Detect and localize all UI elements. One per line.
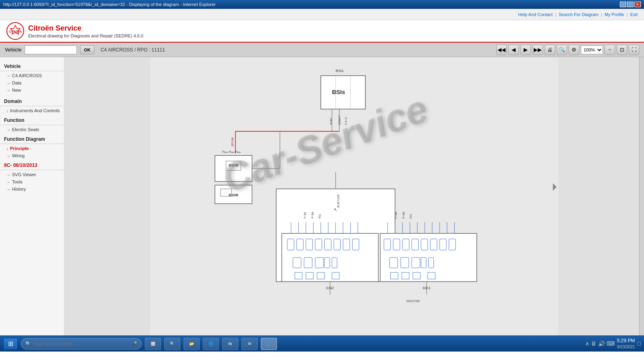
arrow-icon: →	[6, 154, 10, 158]
svg-text:BSIs: BSIs	[336, 69, 344, 73]
sidebar-item-label: Data	[12, 80, 21, 85]
arrow-icon: →	[6, 128, 10, 132]
minimize-button[interactable]: −	[620, 2, 626, 7]
sidebar-item-label: New	[12, 88, 21, 93]
sidebar-item-history[interactable]: → History	[0, 185, 64, 193]
search-input[interactable]	[33, 341, 129, 346]
sidebar-item-c4aircross[interactable]: → C4 AIRCROSS	[0, 72, 64, 79]
scroll-indicator[interactable]	[639, 57, 644, 335]
maximize-button[interactable]: □	[627, 2, 634, 7]
vehicle-input[interactable]	[25, 45, 77, 54]
sidebar-item-instruments[interactable]: ↓ Instruments And Controls	[0, 107, 64, 114]
svg-text:BSDB: BSDB	[229, 193, 238, 197]
top-nav: Help And Contact | Search For Diagram | …	[0, 9, 644, 20]
svg-text:P₇ BA: P₇ BA	[402, 212, 405, 218]
settings-button[interactable]: ⚙	[569, 45, 579, 55]
exit-link[interactable]: Exit	[630, 12, 638, 17]
network-icon[interactable]: 🖥	[591, 340, 597, 347]
keyboard-icon[interactable]: ⌨	[607, 340, 615, 347]
search-app-icon: 🔍	[170, 341, 175, 346]
taskbar-app-search[interactable]: 🔍	[164, 338, 180, 350]
my-profile-link[interactable]: My Profile	[605, 12, 624, 17]
svg-text:↖: ↖	[334, 207, 337, 212]
sidebar-item-electric-seats[interactable]: → Electric Seats	[0, 126, 64, 133]
clock-time: 5:29 PM	[617, 337, 635, 344]
breadcrumb: C4 AIRCROSS / RPO : 11111	[101, 47, 165, 53]
nav-first-button[interactable]: ◀◀	[496, 45, 507, 55]
logo-area: CITROËN Citroën Service Electrical drawi…	[6, 22, 143, 40]
svg-text:10 BV: 10 BV	[330, 118, 332, 125]
close-button[interactable]: ✕	[634, 2, 641, 7]
taskbar-app-mail[interactable]: ✉	[242, 338, 258, 350]
taskbar-app-chrome[interactable]: 🌐	[203, 338, 219, 350]
show-desktop-icon[interactable]: □	[638, 340, 641, 347]
sidebar-item-label: Principle	[10, 146, 29, 151]
sidebar-item-tools[interactable]: → Tools	[0, 178, 64, 185]
clock-date: 9/23/2021	[617, 344, 635, 350]
svg-text:P₇ BA: P₇ BA	[311, 212, 314, 218]
vehicle-section-title: Vehicle	[0, 60, 64, 71]
function-section-title: Function	[0, 114, 64, 125]
vehicle-bar: Vehicle OK C4 AIRCROSS / RPO : 11111 ◀◀ …	[0, 43, 644, 57]
arrow-icon: →	[6, 180, 10, 184]
taskbar-app-ie[interactable]: e	[261, 338, 277, 350]
svg-text:P₁₁₁  P₁₁₁  P₁₁₁: P₁₁₁ P₁₁₁ P₁₁₁	[222, 150, 241, 154]
nav-last-button[interactable]: ▶▶	[533, 45, 543, 55]
arrow-icon: →	[6, 74, 10, 78]
ie-icon: e	[267, 340, 271, 348]
svg-text:C 3 I 3: C 3 I 3	[345, 117, 347, 125]
zoom-select[interactable]: 100% 75% 125% 150%	[581, 45, 603, 54]
taskbar-app-explorer[interactable]: 📂	[184, 338, 200, 350]
svg-text:COM4 T: COM4 T	[338, 115, 341, 125]
files-icon: 🪟	[151, 341, 155, 346]
toolbar: ◀◀ ◀ ▶ ▶▶ 🖨 🔍 ⚙ 100% 75% 125% 150% − ⊡ ⛶	[496, 45, 639, 55]
help-contact-link[interactable]: Help And Contact	[518, 12, 553, 17]
windows-icon: ⊞	[8, 340, 13, 348]
zoom-in-button[interactable]: 🔍	[557, 45, 567, 55]
citroen-logo: CITROËN	[6, 22, 24, 40]
nav-next-button[interactable]: ▶	[520, 45, 531, 55]
svg-text:P21: P21	[318, 214, 321, 218]
sidebar-item-new[interactable]: → New	[0, 86, 64, 94]
svg-text:P₇ BA: P₇ BA	[394, 212, 397, 218]
search-diagram-link[interactable]: Search For Diagram	[559, 12, 599, 17]
header: CITROËN Citroën Service Electrical drawi…	[0, 20, 644, 43]
nav-prev-button[interactable]: ◀	[508, 45, 519, 55]
sidebar-item-wiring[interactable]: → Wiring	[0, 152, 64, 159]
print-button[interactable]: 🖨	[545, 45, 555, 55]
zoom-fit-button[interactable]: ⊡	[617, 45, 627, 55]
mail-icon: ✉	[248, 341, 251, 346]
arrow-icon: →	[6, 81, 10, 85]
taskbar-app-files[interactable]: 🪟	[145, 338, 161, 350]
date-section-title: 9C- 06/10/2013	[0, 159, 64, 170]
zoom-minus-button[interactable]: −	[605, 45, 615, 55]
system-tray: ∧ 🖥 🔊 ⌨	[585, 340, 615, 347]
function-diagram-section-title: Function Diagram	[0, 133, 64, 144]
brand-info: Citroën Service Electrical drawing for D…	[28, 24, 143, 38]
svg-text:P₇ B4: P₇ B4	[303, 212, 306, 218]
diagram-area[interactable]: Car-Service BSIs BSIs	[64, 57, 644, 335]
sound-icon[interactable]: 🔊	[598, 340, 605, 347]
sidebar-item-svg-viewer[interactable]: → SVG Viewer	[0, 171, 64, 178]
search-bar[interactable]: 🔍 🎤	[21, 338, 142, 350]
taskbar-right: ∧ 🖥 🔊 ⌨ 5:29 PM 9/23/2021 □	[585, 337, 641, 350]
ok-button[interactable]: OK	[80, 45, 94, 54]
sidebar-item-label: Tools	[12, 179, 23, 184]
sidebar-item-data[interactable]: → Data	[0, 79, 64, 86]
sidebar-item-principle[interactable]: ↓ Principle	[0, 145, 64, 152]
sidebar: Vehicle → C4 AIRCROSS → Data → New Domai…	[0, 57, 64, 335]
chrome-icon: 🌐	[208, 341, 213, 346]
sidebar-item-label: C4 AIRCROSS	[12, 73, 42, 78]
clock[interactable]: 5:29 PM 9/23/2021	[617, 337, 635, 350]
search-icon: 🔍	[25, 341, 31, 346]
arrow-icon: →	[6, 88, 10, 93]
chevron-up-icon[interactable]: ∧	[585, 340, 589, 347]
zoom-fullscreen-button[interactable]: ⛶	[629, 45, 639, 55]
sidebar-item-label: SVG Viewer	[12, 172, 36, 177]
arrow-icon: →	[6, 187, 10, 191]
brand-subtitle: Electrical drawing for Diagnosis and Rep…	[28, 33, 143, 38]
start-button[interactable]: ⊞	[3, 338, 18, 350]
svg-text:BSIs: BSIs	[332, 89, 345, 95]
domain-section-title: Domain	[0, 95, 64, 106]
taskbar-app-store[interactable]: 🛍	[222, 338, 238, 350]
